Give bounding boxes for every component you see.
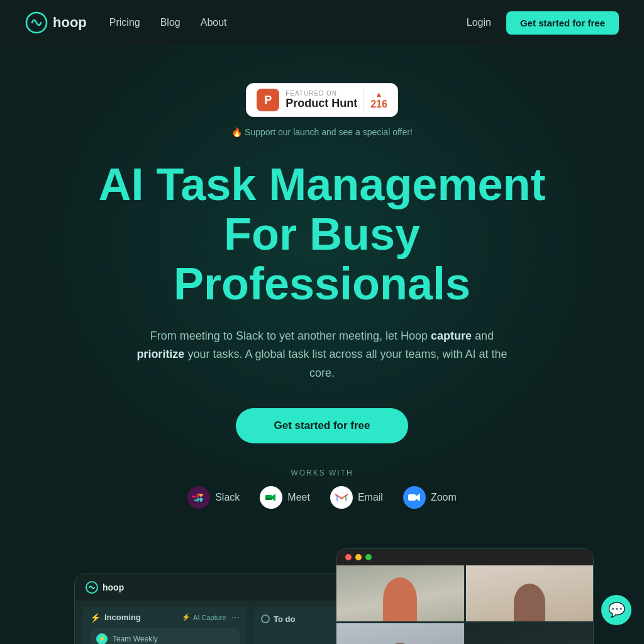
login-link[interactable]: Login [467, 17, 491, 28]
hero-cta-button[interactable]: Get started for free [236, 408, 408, 443]
task-icon: ⚡ [96, 633, 108, 644]
slack-icon [187, 486, 210, 509]
ai-capture-icon: ⚡ [182, 613, 191, 621]
logo-link[interactable]: hoop [25, 11, 87, 34]
video-grid: hoop [336, 565, 593, 644]
video-cell-woman-glasses [466, 565, 594, 621]
video-cell-group: hoop [466, 623, 594, 644]
hero-title: AI Task Management For Busy Professional… [77, 160, 567, 309]
incoming-icon: ⚡ [90, 613, 101, 623]
integration-zoom: Zoom [403, 486, 457, 509]
hero-section: P FEATURED ON Product Hunt ▲ 216 🔥 Suppo… [0, 45, 644, 644]
integration-meet: Meet [260, 486, 310, 509]
todo-dot-icon [261, 614, 270, 623]
slack-label: Slack [215, 492, 240, 503]
integrations-list: Slack Meet [187, 486, 457, 509]
app-logo-icon-small [85, 580, 99, 594]
avatar-man [336, 565, 464, 621]
video-cell-woman2 [336, 623, 464, 644]
product-hunt-badge[interactable]: P FEATURED ON Product Hunt ▲ 216 [246, 83, 398, 117]
subtitle-mid: and [472, 330, 494, 342]
incoming-panel-header: ⚡ Incoming ⚡ AI Capture ··· [90, 612, 240, 623]
ph-featured-label: FEATURED ON [286, 90, 337, 97]
ph-logo-icon: P [257, 89, 279, 111]
subtitle-start: From meeting to Slack to yet another mee… [150, 330, 431, 342]
incoming-panel-title: ⚡ Incoming [90, 613, 141, 623]
nav-cta-button[interactable]: Get started for free [506, 11, 619, 35]
nav-link-about[interactable]: About [201, 17, 227, 28]
ph-vote-count: 216 [370, 99, 387, 110]
email-label: Email [358, 492, 383, 503]
subtitle-end: your tasks. A global task list across al… [184, 348, 507, 379]
incoming-panel: ⚡ Incoming ⚡ AI Capture ··· ⚡ [82, 607, 247, 644]
app-logo-text: hoop [103, 582, 124, 592]
screenshots-section: hoop ⚡ Incoming ⚡ AI Capture [50, 545, 594, 644]
ai-capture-label: AI Capture [193, 614, 226, 621]
nav-links: Pricing Blog About [109, 17, 227, 28]
app-logo: hoop [85, 580, 124, 594]
meet-label: Meet [287, 492, 310, 503]
nav-left: hoop Pricing Blog About [25, 11, 227, 34]
ph-arrow-icon: ▲ [375, 90, 383, 99]
chat-button[interactable]: 💬 [601, 595, 631, 625]
ph-votes: ▲ 216 [370, 90, 387, 110]
video-cell-man [336, 565, 464, 621]
traffic-light-red [345, 554, 352, 560]
subtitle-capture: capture [431, 330, 472, 342]
zoom-icon [403, 486, 426, 509]
panel-dots-icon: ··· [231, 612, 240, 623]
works-with-section: WORKS WITH Slack [187, 469, 457, 509]
nav-link-pricing[interactable]: Pricing [109, 17, 140, 28]
ph-divider [364, 89, 364, 111]
ph-product-name: Product Hunt [286, 97, 357, 110]
hoop-logo-icon [25, 11, 48, 34]
avatar-woman2 [336, 623, 464, 644]
nav-right: Login Get started for free [467, 11, 619, 35]
logo-text: hoop [53, 14, 87, 31]
task-label: Team Weekly [113, 635, 158, 643]
traffic-light-yellow [355, 554, 362, 560]
works-with-label: WORKS WITH [291, 469, 353, 477]
ph-subtext: 🔥 Support our launch and see a special o… [231, 127, 413, 137]
traffic-light-green [365, 554, 372, 560]
email-icon [330, 486, 353, 509]
integration-email: Email [330, 486, 383, 509]
video-titlebar [336, 549, 593, 565]
nav-link-blog[interactable]: Blog [160, 17, 180, 28]
meet-icon [260, 486, 282, 509]
ph-text-block: FEATURED ON Product Hunt [286, 90, 357, 110]
chat-icon: 💬 [608, 602, 625, 618]
video-screenshot: hoop [336, 548, 594, 644]
svg-rect-3 [408, 494, 416, 501]
task-item[interactable]: ⚡ Team Weekly [90, 628, 240, 644]
subtitle-prioritize: prioritize [136, 348, 184, 360]
avatar-glasses [466, 565, 594, 621]
zoom-label: Zoom [431, 492, 457, 503]
integration-slack: Slack [187, 486, 240, 509]
hero-subtitle: From meeting to Slack to yet another mee… [127, 327, 517, 383]
navbar: hoop Pricing Blog About Login Get starte… [0, 0, 644, 45]
